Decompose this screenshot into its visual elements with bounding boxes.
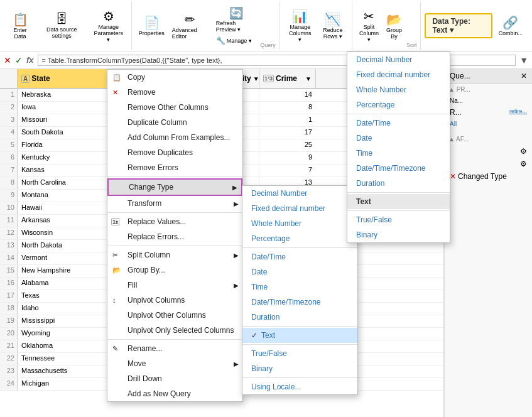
dt-date[interactable]: Date (347, 131, 450, 146)
submenu-duration[interactable]: Duration (242, 310, 357, 325)
split-icon: ✂ (112, 251, 118, 259)
crime-cell: 8 (259, 102, 316, 114)
row-number: 19 (0, 315, 18, 327)
state-cell: Massachusetts (18, 366, 121, 377)
dt-true-false[interactable]: True/False (347, 212, 450, 227)
changed-type-x-icon[interactable]: ✕ (450, 172, 456, 181)
query-item-1[interactable]: Na... (445, 95, 532, 106)
manage-columns-button[interactable]: 📊 ManageColumns ▾ (284, 6, 317, 45)
menu-separator-2 (107, 212, 242, 213)
replace-errors-menu-item[interactable]: Replace Errors... (107, 229, 242, 244)
state-cell: North Dakota (18, 240, 121, 252)
duplicate-menu-item[interactable]: Duplicate Column (107, 115, 242, 130)
dt-duration[interactable]: Duration (347, 176, 450, 191)
dt-datetime-tz[interactable]: Date/Time/Timezone (347, 161, 450, 176)
gear-icon-1[interactable]: ⚙ (520, 147, 527, 156)
row-number: 9 (0, 190, 18, 202)
advanced-editor-button[interactable]: ✏ Advanced Editor (169, 11, 212, 41)
dt-datetime[interactable]: Date/Time (347, 116, 450, 131)
submenu-percentage[interactable]: Percentage (242, 231, 357, 246)
add-as-query-menu-item[interactable]: Add as New Query (107, 386, 242, 401)
row-number: 11 (0, 215, 18, 227)
data-type-button[interactable]: Data Type: Text ▾ (425, 13, 492, 38)
split-column-button[interactable]: ✂ SplitColumn ▾ (356, 6, 382, 45)
transform-menu-item[interactable]: Transform ▶ (107, 196, 242, 211)
query-item-2[interactable]: R... retire... (445, 106, 532, 119)
data-source-settings-button[interactable]: 🗄 Data source settings (35, 9, 89, 41)
dt-sep3 (347, 210, 450, 211)
cancel-formula-button[interactable]: ✕ (4, 55, 11, 65)
submenu-time[interactable]: Time (242, 279, 357, 295)
change-type-menu-item[interactable]: Change Type ▶ (107, 178, 242, 196)
unpivot-selected-menu-item[interactable]: Unpivot Only Selected Columns (107, 323, 242, 338)
unpivot-menu-item[interactable]: ↕ Unpivot Columns (107, 293, 242, 308)
changed-type-step[interactable]: ✕ Changed Type (445, 170, 532, 183)
queries-label: ▲ PR... (445, 84, 532, 95)
reduce-rows-button[interactable]: 📉 ReduceRows ▾ (318, 9, 348, 42)
remove-duplicates-menu-item[interactable]: Remove Duplicates (107, 145, 242, 160)
submenu-datetime-tz[interactable]: Date/Time/Timezone (242, 295, 357, 310)
dt-whole[interactable]: Whole Number (347, 82, 450, 97)
properties-button[interactable]: 📄 Properties (136, 14, 168, 38)
group-by-menu-item[interactable]: 📂 Group By... (107, 263, 242, 278)
group-icon: 📂 (386, 12, 402, 27)
move-menu-item[interactable]: Move ▶ (107, 356, 242, 371)
dt-fixed-decimal[interactable]: Fixed decimal number (347, 67, 450, 82)
state-cell: North Carolina (18, 177, 121, 189)
drill-down-menu-item[interactable]: Drill Down (107, 371, 242, 386)
panel-queries-tab[interactable]: Que... ✕ (445, 69, 532, 84)
crime-type-icon: 1²3 (263, 75, 274, 82)
confirm-formula-button[interactable]: ✓ (15, 55, 23, 65)
query-item-all[interactable]: All (445, 119, 532, 129)
dt-time[interactable]: Time (347, 146, 450, 161)
submenu-whole[interactable]: Whole Number (242, 216, 357, 231)
refresh-preview-button[interactable]: 🔄 Refresh Preview ▾ (213, 5, 259, 34)
enter-data-button[interactable]: 📋 EnterData (6, 9, 34, 42)
crime-dropdown-icon[interactable]: ▼ (305, 75, 312, 82)
row-number: 15 (0, 265, 18, 277)
row-number: 23 (0, 366, 18, 377)
dt-decimal[interactable]: Decimal Number (347, 52, 450, 67)
submenu-datetime[interactable]: Date/Time (242, 249, 357, 264)
retire-link[interactable]: retire... (509, 108, 527, 117)
manage-parameters-button[interactable]: ⚙ ManageParameters ▾ (90, 6, 128, 45)
afford-dropdown-icon[interactable]: ▼ (253, 75, 259, 82)
split-column-menu-item[interactable]: ✂ Split Column ▶ (107, 247, 242, 263)
submenu-fixed-decimal[interactable]: Fixed decimal number (242, 201, 357, 216)
panel-close-icon[interactable]: ✕ (521, 72, 527, 80)
submenu-using-locale[interactable]: Using Locale... (242, 379, 357, 394)
row-num-header (0, 69, 18, 88)
remove-other-menu-item[interactable]: Remove Other Columns (107, 100, 242, 115)
step-item-2[interactable]: ⚙ (445, 158, 532, 170)
dt-binary[interactable]: Binary (347, 227, 450, 242)
split-arrow-icon: ▶ (234, 252, 239, 259)
copy-menu-item[interactable]: 📋 Copy (107, 70, 242, 85)
dt-text[interactable]: Text (347, 194, 450, 209)
gear-icon-2[interactable]: ⚙ (520, 160, 527, 168)
submenu-binary[interactable]: Binary (242, 361, 357, 376)
remove-menu-item[interactable]: ✕ Remove (107, 85, 242, 100)
state-cell: Nebraska (18, 89, 121, 101)
fill-menu-item[interactable]: Fill ▶ (107, 278, 242, 293)
unpivot-other-menu-item[interactable]: Unpivot Other Columns (107, 308, 242, 323)
state-cell: Florida (18, 139, 121, 151)
replace-values-menu-item[interactable]: 1₂ Replace Values... (107, 214, 242, 229)
remove-errors-menu-item[interactable]: Remove Errors (107, 160, 242, 175)
crime-header[interactable]: 1²3 Crime ▼ (259, 69, 316, 88)
combine-button[interactable]: 🔗 Combin... (495, 13, 526, 39)
state-column-header[interactable]: A State ▼ (18, 69, 121, 88)
context-menu: 📋 Copy ✕ Remove Remove Other Columns Dup… (107, 69, 243, 402)
add-examples-menu-item[interactable]: Add Column From Examples... (107, 130, 242, 145)
submenu-date[interactable]: Date (242, 264, 357, 279)
submenu-text[interactable]: ✓ Text (242, 328, 357, 343)
formula-expand-button[interactable]: ▼ (519, 55, 528, 65)
submenu-true-false[interactable]: True/False (242, 346, 357, 361)
state-column-label: State (31, 74, 50, 83)
dt-percentage[interactable]: Percentage (347, 97, 450, 112)
rename-menu-item[interactable]: ✎ Rename... (107, 341, 242, 356)
submenu-decimal[interactable]: Decimal Number (242, 186, 357, 201)
step-item-1[interactable]: ⚙ (445, 145, 532, 158)
group-by-button[interactable]: 📂 GroupBy (383, 9, 405, 42)
fill-arrow-icon: ▶ (234, 282, 239, 289)
manage-button[interactable]: 🔧 Manage ▾ (213, 35, 259, 46)
